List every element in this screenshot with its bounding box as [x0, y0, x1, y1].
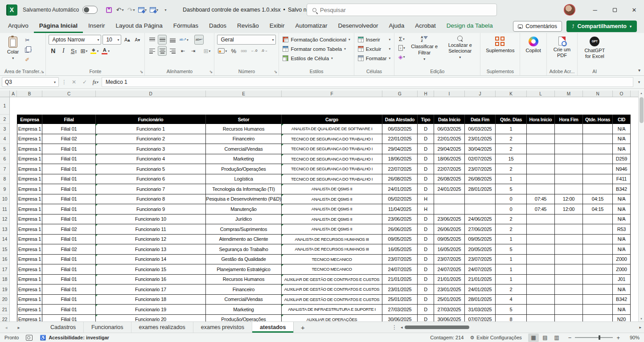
cell[interactable]: [555, 305, 583, 315]
table-header-cell[interactable]: Funcionário: [96, 115, 206, 124]
cell[interactable]: AUXILIAR DE GESTÃO DE CONTRATOS E CUSTOS: [282, 284, 382, 295]
align-middle-button[interactable]: [158, 35, 167, 45]
format-as-table-button[interactable]: Formatar como Tabela▾: [282, 44, 351, 54]
cell[interactable]: Recursos Humanos: [206, 275, 282, 285]
cell[interactable]: AUXILIAR DE GESTÃO DE CONTRATOS E CUSTOS: [282, 275, 382, 285]
cell[interactable]: [527, 275, 555, 285]
cell[interactable]: Filial 01: [42, 255, 96, 265]
cell[interactable]: [555, 255, 583, 265]
ribbon-tab-revis-o[interactable]: Revisão: [232, 20, 264, 33]
cell[interactable]: J01: [613, 275, 631, 285]
cut-button[interactable]: ✂: [24, 36, 33, 45]
cell[interactable]: Empresa 1: [17, 255, 42, 265]
cell[interactable]: [583, 144, 613, 154]
cell[interactable]: D: [418, 315, 434, 322]
zoom-in-button[interactable]: +: [616, 334, 620, 341]
cell[interactable]: 31/03/2025: [465, 305, 496, 315]
cell[interactable]: 24/06/2025: [465, 214, 496, 225]
cell[interactable]: [465, 194, 496, 205]
page-break-view-button[interactable]: ▥: [551, 334, 562, 342]
create-pdf-button[interactable]: Crie um PDF: [550, 35, 574, 60]
cell[interactable]: [434, 204, 465, 214]
align-top-button[interactable]: [148, 35, 156, 45]
align-bottom-button[interactable]: [168, 35, 177, 45]
cell[interactable]: D: [418, 224, 434, 235]
decrease-indent-button[interactable]: ⇤: [178, 46, 187, 56]
row-header[interactable]: 22: [0, 315, 9, 322]
row-header[interactable]: 4: [0, 134, 9, 144]
cell[interactable]: 1: [496, 275, 527, 285]
cell[interactable]: N/A: [613, 204, 631, 214]
ribbon-tab-exibir[interactable]: Exibir: [264, 20, 290, 33]
cell[interactable]: D: [418, 284, 434, 295]
cell[interactable]: Filial 01: [42, 204, 96, 214]
cell[interactable]: Compras/Suprimentos: [206, 224, 282, 235]
cell[interactable]: [583, 315, 613, 322]
cell[interactable]: Funcionario 18: [96, 295, 206, 305]
format-cells-button[interactable]: Formatar▾: [357, 54, 391, 63]
cell[interactable]: Z000: [613, 255, 631, 265]
cell[interactable]: TECNICO MECANICO: [282, 264, 382, 275]
cell[interactable]: Funcionario 9: [96, 204, 206, 214]
cell[interactable]: [527, 134, 555, 144]
cell[interactable]: N/A: [613, 284, 631, 295]
column-header-f[interactable]: F: [282, 91, 382, 97]
next-sheet-icon[interactable]: ▸: [12, 322, 25, 333]
comments-button[interactable]: Comentários: [513, 21, 562, 32]
cell[interactable]: 04:15: [583, 194, 613, 205]
cell[interactable]: Funcionario 19: [96, 305, 206, 315]
cell[interactable]: ANALISTA DE QUALIDADE DE SOFTWARE I: [282, 124, 382, 134]
number-format-select[interactable]: Geral▾: [217, 35, 276, 45]
column-header-h[interactable]: H: [418, 91, 434, 97]
cell[interactable]: 23/07/2025: [434, 255, 465, 265]
column-header-d[interactable]: D: [96, 91, 206, 97]
cell[interactable]: Produção/Operações: [206, 164, 282, 174]
font-size-select[interactable]: 10▾: [103, 35, 121, 45]
cell[interactable]: AUXILIAR DE OPERAÇÕES: [282, 315, 382, 322]
table-header-cell[interactable]: Qtde. Dias: [496, 115, 527, 124]
cell[interactable]: 26/08/2025: [434, 174, 465, 185]
align-right-button[interactable]: [168, 46, 177, 56]
cell[interactable]: 1: [496, 255, 527, 265]
cell[interactable]: Filial 01: [42, 184, 96, 194]
ribbon-tab-design-da-tabela[interactable]: Design da Tabela: [441, 20, 498, 33]
cell[interactable]: [465, 204, 496, 214]
save-button[interactable]: [104, 4, 114, 15]
column-header-b[interactable]: B: [17, 91, 42, 97]
cell[interactable]: Filial 02: [42, 224, 96, 235]
cell[interactable]: TECNICO MECANICO: [282, 255, 382, 265]
scroll-right-icon[interactable]: ▸: [639, 325, 641, 330]
cell[interactable]: Empresa 1: [17, 244, 42, 255]
cell[interactable]: Pesquisa e Desenvolvimento (P&D): [206, 194, 282, 205]
orientation-button[interactable]: ab↗▾: [178, 35, 189, 45]
cell[interactable]: [583, 305, 613, 315]
cell[interactable]: D: [418, 264, 434, 275]
cell[interactable]: Funcionario 8: [96, 194, 206, 205]
cell[interactable]: 22/01/2025: [382, 134, 418, 144]
cell[interactable]: Gestão da Qualidade: [206, 255, 282, 265]
cell[interactable]: D259: [613, 154, 631, 165]
cell[interactable]: Empresa 1: [17, 194, 42, 205]
table-header-cell[interactable]: Data Inicio: [434, 115, 465, 124]
cell[interactable]: [583, 174, 613, 185]
table-header-cell[interactable]: Tipo: [418, 115, 434, 124]
cell[interactable]: Filial 02: [42, 134, 96, 144]
column-header-g[interactable]: G: [382, 91, 418, 97]
cell[interactable]: Funcionario 3: [96, 144, 206, 154]
cell[interactable]: [555, 184, 583, 194]
cell[interactable]: 06/03/2025: [434, 124, 465, 134]
italic-button[interactable]: I: [59, 46, 68, 56]
cell[interactable]: D: [418, 305, 434, 315]
cell[interactable]: [555, 224, 583, 235]
cell[interactable]: Filial 01: [42, 214, 96, 225]
cell[interactable]: Comercial/Vendas: [206, 144, 282, 154]
cell[interactable]: Filial 01: [42, 305, 96, 315]
cell[interactable]: 24/01/2025: [382, 184, 418, 194]
vertical-scroll-thumb[interactable]: [640, 97, 644, 123]
cell[interactable]: [527, 174, 555, 185]
sheet-tab-exames-previstos[interactable]: exames previstos: [193, 322, 252, 333]
cell[interactable]: Funcionario 5: [96, 164, 206, 174]
cell[interactable]: TECNICO DE SEGURANCA DO TRABALHO I: [282, 164, 382, 174]
restore-button[interactable]: [605, 0, 624, 20]
cell[interactable]: Empresa 1: [17, 214, 42, 225]
